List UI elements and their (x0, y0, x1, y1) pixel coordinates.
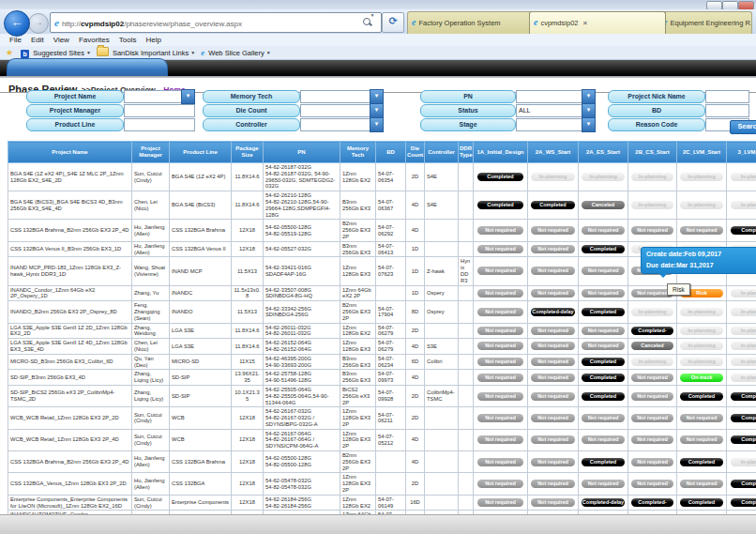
status-pill[interactable]: In-planning (631, 173, 673, 181)
dropdown-arrow-icon-die-count[interactable]: ▼ (370, 103, 384, 118)
column-header-2b-cs-start[interactable]: 2B_CS_Start (628, 142, 677, 163)
dropdown-arrow-icon-memory-tech[interactable]: ▼ (370, 89, 384, 104)
status-pill[interactable]: Not required (477, 374, 524, 382)
column-header-memory-tech[interactable]: Memory Tech (340, 142, 376, 163)
status-pill[interactable]: Not required (531, 414, 574, 422)
dropdown-arrow-icon-stage[interactable]: ▼ (582, 117, 596, 132)
menu-item-edit[interactable]: Edit (31, 34, 44, 46)
status-pill[interactable]: Completed (731, 480, 756, 488)
dropdown-arrow-icon-controller[interactable]: ▼ (370, 117, 384, 132)
status-pill[interactable]: Not required (680, 480, 722, 488)
status-pill[interactable]: In-planning (631, 201, 673, 209)
column-header-project-name[interactable]: Project Name (8, 142, 132, 163)
status-pill[interactable]: Not required (477, 267, 524, 275)
status-pill[interactable]: In-planning (731, 201, 756, 209)
close-tab-icon[interactable]: × (582, 19, 587, 27)
status-pill[interactable]: Not required (531, 358, 574, 366)
status-pill[interactable]: In-planning (680, 358, 722, 366)
status-pill[interactable]: In-planning (680, 327, 722, 335)
status-pill[interactable]: Completed (731, 414, 756, 422)
status-pill[interactable]: In-planning (680, 342, 722, 350)
status-pill[interactable]: Not required (531, 374, 574, 382)
status-pill[interactable]: In-planning (731, 458, 756, 466)
status-pill[interactable]: In-planning (680, 201, 722, 209)
status-pill[interactable]: Not required (531, 289, 574, 298)
status-pill[interactable]: Not required (531, 342, 574, 350)
status-pill[interactable]: Not required (582, 480, 624, 488)
column-header-pn[interactable]: PN (264, 142, 340, 163)
status-pill[interactable]: Completed-delay (531, 308, 574, 316)
status-pill[interactable]: Not required (680, 226, 722, 235)
refresh-button[interactable]: ⟳ (382, 12, 404, 33)
favorites-item-web-slice-gallery[interactable]: e Web Slice Gallery▼ (201, 46, 271, 60)
status-pill[interactable]: Not required (582, 414, 624, 422)
status-pill[interactable]: Not required (631, 374, 673, 382)
status-pill[interactable]: Completed-delay (631, 327, 673, 335)
column-header-2c-lvm-start[interactable]: 2C_LVM_Start (677, 142, 727, 163)
back-button[interactable]: ← (4, 10, 30, 37)
status-pill[interactable]: Completed (477, 201, 524, 209)
column-header-product-line[interactable]: Product Line (170, 142, 232, 163)
search-button[interactable]: Search (730, 120, 756, 134)
status-pill[interactable]: Canceled (631, 342, 673, 350)
status-pill[interactable]: In-planning (680, 308, 722, 316)
forward-button[interactable]: → (28, 13, 49, 34)
menu-item-view[interactable]: View (53, 34, 69, 46)
column-header-project-manager[interactable]: Project Manager (132, 142, 170, 163)
status-pill[interactable]: Completed-delay (582, 498, 624, 507)
status-pill[interactable]: In-planning (731, 173, 756, 181)
column-header-bd[interactable]: BD (376, 142, 406, 163)
status-pill[interactable]: Completed (731, 498, 756, 507)
menu-item-help[interactable]: Help (145, 34, 160, 46)
filter-input-product-line[interactable] (124, 118, 195, 131)
column-header-2a-es-start[interactable]: 2A_ES_Start (579, 142, 628, 163)
status-pill[interactable]: Completed (477, 173, 524, 181)
dropdown-arrow-icon-project-name[interactable]: ▼ (181, 89, 195, 104)
status-pill[interactable]: In-planning (731, 289, 756, 298)
status-pill[interactable]: Not required (680, 435, 722, 444)
status-pill[interactable]: Not required (477, 289, 524, 298)
dropdown-arrow-icon-pn[interactable]: ▼ (582, 89, 596, 104)
column-header-controller[interactable]: Controller (425, 142, 459, 163)
filter-input-project-nick-name[interactable] (705, 90, 749, 103)
status-pill[interactable]: Completed (582, 392, 624, 401)
status-pill[interactable]: Not required (531, 226, 574, 235)
status-pill[interactable]: In-planning (582, 173, 624, 181)
status-pill[interactable]: Not required (631, 392, 673, 401)
status-pill[interactable]: Not required (531, 498, 574, 507)
status-pill[interactable]: Not required (477, 342, 524, 350)
status-pill[interactable]: Completed (582, 308, 624, 316)
status-pill[interactable]: Not required (531, 392, 574, 401)
status-pill[interactable]: Completed (582, 374, 624, 382)
column-header-3-lvm-start[interactable]: 3_LVM_Start (727, 142, 756, 163)
status-pill[interactable]: Completed (531, 201, 574, 209)
status-pill[interactable]: In-planning (631, 358, 673, 366)
status-pill[interactable]: Not required (531, 480, 574, 488)
status-pill[interactable]: In-planning (631, 308, 673, 316)
status-pill[interactable]: Not required (531, 435, 574, 444)
status-pill[interactable]: Completed (680, 498, 722, 507)
status-pill[interactable]: Not required (477, 414, 524, 422)
status-pill[interactable]: In-planning (731, 327, 756, 335)
status-pill[interactable]: Not required (477, 327, 524, 335)
status-pill[interactable]: Not required (631, 435, 673, 444)
status-pill[interactable]: Not required (477, 358, 524, 366)
filter-input-project-manager[interactable] (124, 104, 195, 117)
favorites-star-icon[interactable]: ★ (6, 46, 13, 59)
status-pill[interactable]: Completed (582, 358, 624, 366)
status-pill[interactable]: Not required (477, 226, 524, 235)
status-pill[interactable]: Not required (631, 458, 673, 466)
browser-tab-factory-operation-system[interactable]: eFactory Operation System (407, 11, 537, 34)
status-pill[interactable]: In-planning (531, 173, 574, 181)
column-header-package-size[interactable]: Package Size (232, 142, 264, 163)
browser-tab-equipment-engineering-r[interactable]: eEquipment Engineering R... (658, 11, 752, 34)
address-bar[interactable]: ehttp://cvpmdsip02/phasereview/phase_ove… (50, 12, 382, 33)
status-pill[interactable]: In-planning (731, 374, 756, 382)
status-pill[interactable]: In-planning (731, 342, 756, 350)
status-pill[interactable]: Not required (631, 226, 673, 235)
column-header-1a-initial-design[interactable]: 1A_Initial_Design (474, 142, 528, 163)
status-pill[interactable]: Not required (582, 267, 624, 275)
status-pill[interactable]: Not required (477, 392, 524, 401)
status-pill[interactable]: Not required (582, 342, 624, 350)
status-pill[interactable]: Not required (477, 458, 524, 466)
